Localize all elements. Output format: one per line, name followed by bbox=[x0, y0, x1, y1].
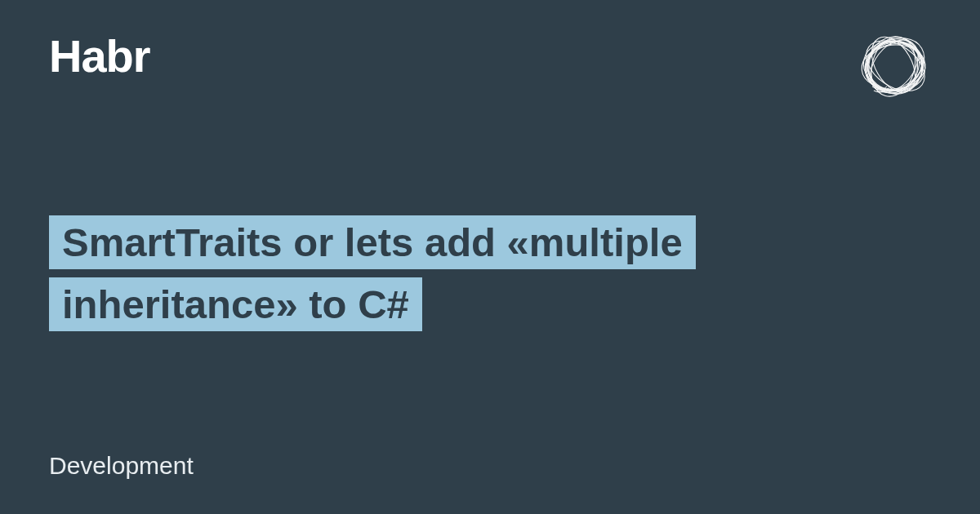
site-logo-icon bbox=[858, 29, 931, 103]
header: Habr bbox=[49, 29, 931, 103]
article-category: Development bbox=[49, 452, 194, 480]
article-title-container: SmartTraits or lets add «multiple inheri… bbox=[49, 212, 882, 336]
article-title: SmartTraits or lets add «multiple inheri… bbox=[49, 215, 696, 331]
site-logo-text: Habr bbox=[49, 29, 150, 82]
